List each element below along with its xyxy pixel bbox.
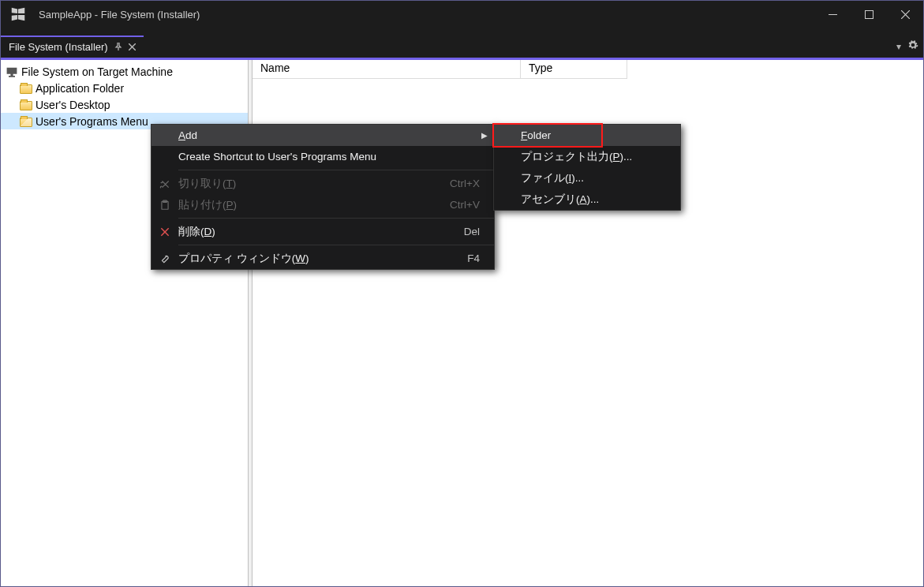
tab-label: File System (Installer) (9, 41, 108, 53)
menu-label: 削除(D) (178, 225, 440, 239)
tree-item-label: User's Desktop (36, 99, 110, 111)
document-area: File System on Target Machine Applicatio… (1, 58, 923, 586)
menu-label: Folder (521, 129, 666, 141)
context-menu: Add ▶ Create Shortcut to User's Programs… (151, 124, 495, 270)
menu-paste: 貼り付け(P) Ctrl+V (152, 194, 494, 215)
menu-label: プロジェクト出力(P)... (521, 150, 666, 164)
menu-label: プロパティ ウィンドウ(W) (178, 252, 443, 266)
folder-icon (20, 101, 32, 110)
menu-separator (178, 218, 494, 219)
submenu-assembly[interactable]: アセンブリ(A)... (494, 189, 680, 210)
tree-root[interactable]: File System on Target Machine (1, 63, 248, 80)
tree-root-label: File System on Target Machine (21, 65, 173, 78)
wrench-icon (152, 253, 178, 264)
menu-label: 切り取り(T) (178, 177, 426, 191)
minimize-button[interactable] (814, 1, 851, 28)
tab-overflow-icon[interactable]: ▾ (896, 41, 901, 52)
chevron-right-icon: ▶ (481, 131, 488, 140)
machine-icon (6, 65, 18, 78)
svg-rect-1 (865, 10, 873, 18)
menu-delete[interactable]: 削除(D) Del (152, 221, 494, 242)
menu-label: アセンブリ(A)... (521, 193, 666, 207)
tab-close-icon[interactable] (129, 43, 136, 52)
menu-label: 貼り付け(P) (178, 198, 426, 212)
submenu-project-output[interactable]: プロジェクト出力(P)... (494, 146, 680, 167)
context-submenu-add: Folder プロジェクト出力(P)... ファイル(I)... アセンブリ(A… (493, 124, 681, 211)
shortcut: Ctrl+V (426, 199, 480, 211)
menu-label: Create Shortcut to User's Programs Menu (178, 151, 480, 163)
menubar-gap (1, 28, 923, 36)
app-logo-icon (1, 6, 36, 23)
submenu-folder[interactable]: Folder (494, 125, 680, 146)
submenu-file[interactable]: ファイル(I)... (494, 167, 680, 189)
pin-icon[interactable] (114, 43, 122, 52)
settings-icon[interactable] (907, 39, 918, 53)
tabstrip: File System (Installer) ▾ (1, 36, 923, 58)
column-name[interactable]: Name (253, 60, 521, 79)
tree-item-application-folder[interactable]: Application Folder (1, 80, 248, 96)
menu-label: ファイル(I)... (521, 171, 666, 185)
shortcut: Ctrl+X (426, 178, 480, 189)
shortcut: F4 (443, 252, 480, 264)
menu-create-shortcut[interactable]: Create Shortcut to User's Programs Menu (152, 146, 494, 167)
svg-rect-0 (829, 14, 837, 15)
titlebar: SampleApp - File System (Installer) (1, 1, 923, 28)
tree-item-users-desktop[interactable]: User's Desktop (1, 96, 248, 113)
folder-open-icon (20, 118, 32, 127)
maximize-button[interactable] (851, 1, 887, 28)
delete-icon (152, 226, 178, 237)
shortcut: Del (440, 226, 480, 237)
list-header: Name Type (253, 60, 923, 79)
tab-file-system[interactable]: File System (Installer) (1, 36, 144, 57)
menu-cut: 切り取り(T) Ctrl+X (152, 173, 494, 194)
close-button[interactable] (887, 1, 923, 28)
column-type[interactable]: Type (521, 60, 627, 79)
menu-properties[interactable]: プロパティ ウィンドウ(W) F4 (152, 248, 494, 269)
menu-add[interactable]: Add ▶ (152, 125, 494, 146)
tree-item-label: Application Folder (36, 82, 124, 95)
menu-separator (178, 170, 494, 170)
clipboard-icon (152, 200, 178, 211)
window-controls (814, 1, 923, 28)
window-title: SampleApp - File System (Installer) (36, 9, 814, 21)
folder-icon (20, 84, 32, 94)
menu-separator (178, 245, 494, 245)
scissors-icon (152, 178, 178, 189)
tree-item-label: User's Programs Menu (36, 115, 148, 128)
